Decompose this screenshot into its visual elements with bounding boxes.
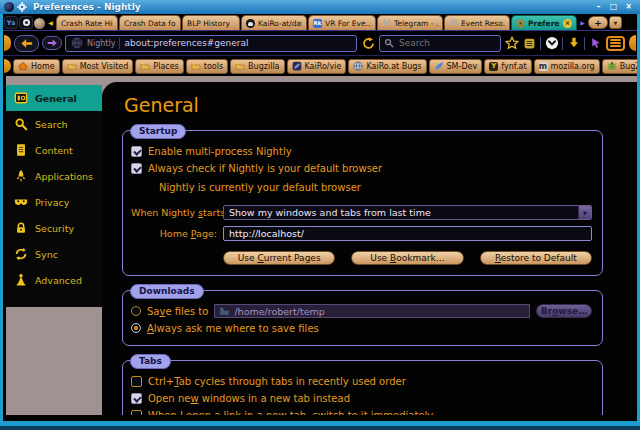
preferences-page: General Search Content Applications Priv… [6,76,637,415]
window-title: Preferences - Nightly [33,2,141,12]
ctrl-tab-row: Ctrl+Tab cycles through tabs in recently… [131,374,592,388]
url-bar[interactable]: Nightly about:preferences#general [65,35,357,52]
bookmark-fynf-at[interactable]: Y fynf.at [484,59,531,74]
toolbar-separator [584,37,585,50]
home-page-label: Home Page: [131,228,217,239]
browse-button[interactable]: Browse… [536,304,592,318]
tab-list-dropdown-button[interactable]: ▼ [609,16,622,29]
navigation-toolbar: Nightly about:preferences#general [3,30,637,55]
mozilla-icon: m [539,62,548,71]
tab-crash-data[interactable]: Crash Data for ... [119,15,181,30]
use-current-pages-button[interactable]: Use Current Pages [223,251,335,265]
save-files-to-row: Save files to /home/robert/temp Browse… [131,304,592,318]
use-bookmark-button[interactable]: Use Bookmark… [351,251,463,265]
open-new-windows-checkbox[interactable] [131,393,142,404]
sidebar-item-sync[interactable]: Sync [6,241,102,267]
home-page-input[interactable] [223,226,592,241]
seamonkey-icon [434,61,444,71]
window-menu-icon[interactable] [17,2,27,12]
toolbar-grippy[interactable] [4,59,11,73]
fynf-icon: Y [489,62,498,71]
new-tab-button[interactable]: + [588,16,608,29]
bookmark-bugzilla[interactable]: BugZilla [602,59,637,74]
menu-button[interactable] [606,36,625,51]
rocket-icon [14,169,28,183]
sidebar-item-applications[interactable]: Applications [6,163,102,189]
lock-icon [14,221,28,235]
tab-kairo-github[interactable]: KaiRo-at/dat... [241,15,307,30]
downloads-groupbox: Downloads Save files to /home/robert/tem… [122,290,603,346]
default-status-text: Nightly is currently your default browse… [159,182,592,193]
folder-icon [235,61,245,71]
download-path-field[interactable]: /home/robert/temp [214,304,530,318]
multiprocess-checkbox[interactable] [131,146,142,157]
sidebar-item-advanced[interactable]: Advanced [6,267,102,293]
urlbar-divider [119,38,120,49]
toolbar-separator [540,37,541,50]
forward-button[interactable] [42,36,62,50]
addon-button-2[interactable] [19,16,33,29]
back-button[interactable] [14,35,39,52]
switch-immediately-row: When I open a link in a new tab, switch … [131,408,592,415]
tab-preferences-active[interactable]: Preferen... × [511,15,577,30]
bookmark-tools[interactable]: tools [186,59,228,74]
sidebar-item-content[interactable]: Content [6,137,102,163]
close-tab-icon[interactable]: × [563,19,572,28]
scroll-tabs-left-button[interactable]: ◀ [46,16,55,30]
addon-button-3[interactable] [34,18,45,29]
ctrl-tab-checkbox[interactable] [131,376,142,387]
when-starts-select[interactable]: Show my windows and tabs from last time … [223,205,592,220]
magnifier-icon [14,117,28,131]
bookmark-kairo-vie[interactable]: KaiRo/vie [287,59,347,74]
toolbar-grippy[interactable] [4,35,11,51]
sidebar-item-search[interactable]: Search [6,111,102,137]
github-icon [246,19,255,28]
document-icon [14,143,28,157]
library-icon[interactable] [522,36,537,51]
reload-icon[interactable] [360,35,376,51]
restore-to-default-button[interactable]: Restore to Default [480,251,592,265]
bookmark-kairo-at-bugs[interactable]: KaiRo.at Bugs [348,59,426,74]
bookmark-bugzilla-folder[interactable]: Bugzilla [230,59,284,74]
bookmark-home[interactable]: Home [13,59,60,74]
bug-icon [607,61,617,71]
downloads-icon[interactable] [566,36,581,51]
tab-crash-rate-history[interactable]: Crash Rate Hist... [56,15,118,30]
sidebar-item-general[interactable]: General [6,85,102,111]
home-icon [18,61,28,71]
pocket-icon[interactable] [544,36,559,51]
downloads-legend: Downloads [130,284,204,299]
default-check-checkbox[interactable] [131,163,142,174]
startup-groupbox: Startup Enable multi-process Nightly Alw… [122,130,603,276]
close-button[interactable]: × [623,1,634,13]
chevron-down-icon[interactable]: ▼ [578,206,591,219]
save-files-to-radio[interactable] [131,306,141,316]
bookmark-star-icon[interactable] [504,36,519,51]
identity-label: Nightly [87,39,115,48]
addon-button-1[interactable]: Ys [4,16,18,29]
tab-telegram[interactable]: M Telegram - ... [377,15,443,30]
bookmark-sm-dev[interactable]: SM-Dev [429,59,483,74]
bookmark-mozilla-org[interactable]: m mozilla.org [534,59,600,74]
tab-vr-for-everyone[interactable]: Rk VR For Eve... [308,15,376,30]
tab-event-resources[interactable]: M Event Reso... [444,15,510,30]
toolbar-separator [562,37,563,50]
open-new-windows-row: Open new windows in a new tab instead [131,391,592,405]
search-bar[interactable] [379,35,501,52]
pointer-icon[interactable] [588,36,603,51]
sidebar-item-privacy[interactable]: Privacy [6,189,102,215]
bookmark-most-visited[interactable]: Most Visited [62,59,134,74]
rk-favicon: Rk [313,19,322,28]
always-ask-radio[interactable] [131,323,141,333]
toolbar-grippy[interactable] [629,35,636,51]
sidebar-item-security[interactable]: Security [6,215,102,241]
url-text[interactable]: about:preferences#general [124,38,248,48]
minimize-button[interactable]: – [593,1,604,13]
search-input[interactable] [397,37,496,49]
tab-blp-history[interactable]: BLP History [182,15,240,30]
site-identity-globe-icon[interactable] [71,37,83,49]
category-sidebar: General Search Content Applications Priv… [6,85,102,307]
scroll-tabs-right-button[interactable]: ▶ [578,16,587,30]
maximize-button[interactable]: □ [608,1,619,13]
bookmark-places[interactable]: Places [135,59,183,74]
